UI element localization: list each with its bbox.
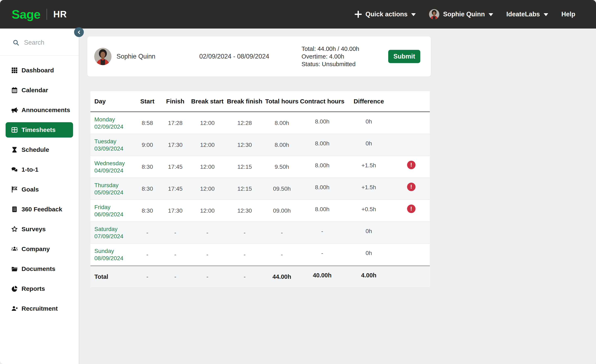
sidebar-collapse-button[interactable] xyxy=(74,27,84,37)
break-finish-cell: 12:28 xyxy=(225,112,264,134)
day-link[interactable]: Wednesday 04/09/2024 xyxy=(94,160,125,174)
sidebar-item-documents[interactable]: Documents xyxy=(0,261,79,277)
day-name: Sunday xyxy=(94,248,114,254)
column-header-total-hours: Total hours xyxy=(264,91,299,111)
sidebar-item-goals[interactable]: Goals xyxy=(0,182,79,197)
sidebar-item-company[interactable]: Company xyxy=(0,241,79,257)
sidebar-item-timesheets[interactable]: Timesheets xyxy=(6,122,73,138)
checkered-flag-icon xyxy=(11,186,18,193)
sidebar-item-label: Documents xyxy=(22,265,55,272)
day-name: Wednesday xyxy=(94,160,125,167)
sidebar-item-label: Company xyxy=(22,246,50,253)
day-link[interactable]: Tuesday 03/09/2024 xyxy=(94,138,123,152)
day-link[interactable]: Monday 02/09/2024 xyxy=(94,116,123,130)
sidebar-item-360-feedback[interactable]: 360 Feedback xyxy=(0,202,79,217)
table-total-row: Total - - - - 44.00h 40.00h 4.00h xyxy=(90,266,430,287)
sidebar-item-reports[interactable]: Reports xyxy=(0,281,79,296)
day-date: 02/09/2024 xyxy=(94,124,123,130)
sidebar-item-surveys[interactable]: Surveys xyxy=(0,221,79,237)
total-hours-cell: 09.00h xyxy=(264,200,299,221)
finish-cell: 17:30 xyxy=(161,134,190,156)
total-hours-cell: - xyxy=(264,244,299,265)
dashboard-grid-icon xyxy=(11,67,18,74)
brand-divider xyxy=(46,9,47,20)
search-input[interactable] xyxy=(24,39,69,46)
total-hours-cell: - xyxy=(264,222,299,243)
total-finish: - xyxy=(161,266,190,287)
sage-logo: Sage xyxy=(12,7,40,22)
difference-cell: 0h xyxy=(345,220,393,242)
help-label: Help xyxy=(561,11,575,18)
table-header-row: Day Start Finish Break start Break finis… xyxy=(90,91,430,112)
user-menu[interactable]: Sophie Quinn xyxy=(429,9,493,19)
table-row: Sunday 08/09/2024 - - - - - - 0h ! xyxy=(90,244,430,266)
day-link[interactable]: Saturday 07/09/2024 xyxy=(94,226,123,240)
start-cell: 9:00 xyxy=(134,134,161,156)
search-row xyxy=(12,37,74,48)
topbar-right: Quick actions xyxy=(355,9,575,19)
break-start-cell: 12:00 xyxy=(190,134,225,156)
main-content: Sophie Quinn 02/09/2024 - 08/09/2024 Tot… xyxy=(79,29,596,364)
contract-hours-cell: 8.00h xyxy=(299,176,345,198)
sidebar-item-label: Dashboard xyxy=(22,67,54,74)
person-plus-icon xyxy=(11,305,18,312)
plus-icon xyxy=(355,11,362,18)
sidebar-item-schedule[interactable]: Schedule xyxy=(0,142,79,157)
sidebar-item-dashboard[interactable]: Dashboard xyxy=(0,63,79,78)
sidebar-item-recruitment[interactable]: Recruitment xyxy=(0,301,79,316)
total-hours-cell: 9.50h xyxy=(264,156,299,178)
search-icon xyxy=(12,39,19,46)
alert-icon[interactable]: ! xyxy=(407,204,416,213)
break-finish-cell: 12:15 xyxy=(225,156,264,178)
break-start-cell: - xyxy=(190,244,225,265)
day-link[interactable]: Sunday 08/09/2024 xyxy=(94,247,123,262)
sidebar-item-label: Calendar xyxy=(22,87,48,94)
table-row: Saturday 07/09/2024 - - - - - - 0h ! xyxy=(90,222,430,244)
break-start-cell: - xyxy=(190,222,225,243)
finish-cell: 17:28 xyxy=(161,112,190,134)
alert-icon[interactable]: ! xyxy=(407,183,416,191)
day-link[interactable]: Friday 06/09/2024 xyxy=(94,204,123,218)
summary-stats: Total: 44.00h / 40.00h Overtime: 4.00h S… xyxy=(302,36,359,77)
avatar xyxy=(429,9,439,19)
break-start-cell: 12:00 xyxy=(190,156,225,178)
column-header-status xyxy=(393,91,430,111)
sidebar-item-announcements[interactable]: Announcements xyxy=(0,102,79,118)
contract-hours-cell: - xyxy=(299,220,345,242)
break-finish-cell: 12:30 xyxy=(225,134,264,156)
day-link[interactable]: Thursday 05/09/2024 xyxy=(94,182,123,196)
total-hours-cell: 8.00h xyxy=(264,134,299,156)
day-date: 08/09/2024 xyxy=(94,255,123,262)
user-name: Sophie Quinn xyxy=(443,11,485,18)
total-start: - xyxy=(134,266,161,287)
sidebar-item-label: Recruitment xyxy=(22,305,58,312)
star-icon xyxy=(11,226,18,233)
sidebar: Dashboard Calendar Announcements xyxy=(0,29,79,364)
help-link[interactable]: Help xyxy=(561,11,575,18)
break-finish-cell: 12:30 xyxy=(225,200,264,221)
alert-icon[interactable]: ! xyxy=(407,161,416,169)
quick-actions-menu[interactable]: Quick actions xyxy=(355,11,416,18)
column-header-break-start: Break start xyxy=(190,91,225,111)
column-header-start: Start xyxy=(134,91,161,111)
submit-button[interactable]: Submit xyxy=(388,50,420,63)
total-status-cell xyxy=(393,266,430,287)
contract-hours-cell: 8.00h xyxy=(299,111,345,132)
chevron-left-icon xyxy=(76,29,82,35)
sidebar-item-1-to-1[interactable]: 1-to-1 xyxy=(0,162,79,177)
calendar-icon xyxy=(11,87,18,94)
finish-cell: 17:45 xyxy=(161,156,190,178)
sidebar-item-calendar[interactable]: Calendar xyxy=(0,82,79,98)
hourglass-icon xyxy=(11,146,18,153)
table-row: Wednesday 04/09/2024 8:30 17:45 12:00 12… xyxy=(90,156,430,178)
caret-down-icon xyxy=(544,13,548,16)
company-menu[interactable]: IdeateLabs xyxy=(507,11,548,18)
column-header-break-finish: Break finish xyxy=(225,91,264,111)
day-date: 03/09/2024 xyxy=(94,146,123,152)
caret-down-icon xyxy=(411,13,416,16)
break-start-cell: 12:00 xyxy=(190,178,225,200)
finish-cell: 17:45 xyxy=(161,178,190,200)
day-date: 07/09/2024 xyxy=(94,233,123,240)
caret-down-icon xyxy=(489,13,493,16)
finish-cell: - xyxy=(161,244,190,265)
